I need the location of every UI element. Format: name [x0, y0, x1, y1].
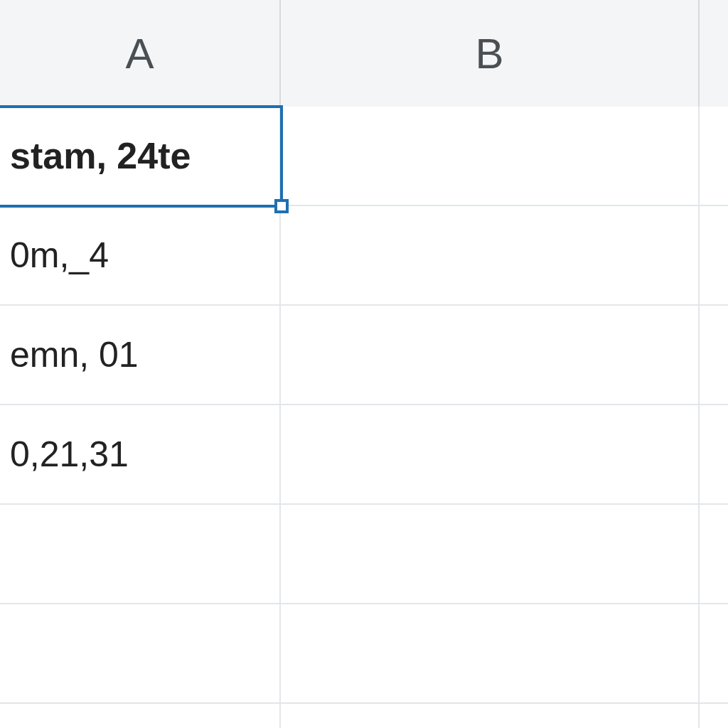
- cell-B2[interactable]: [281, 206, 700, 304]
- cell-A2[interactable]: 0m,_4: [0, 206, 281, 304]
- fill-handle[interactable]: [274, 199, 289, 213]
- row-3: emn, 01: [0, 306, 728, 405]
- cell-A6[interactable]: [0, 604, 281, 702]
- cell-A4[interactable]: 0,21,31: [0, 405, 281, 503]
- cell-B5[interactable]: [281, 505, 700, 603]
- cell-B3[interactable]: [281, 306, 700, 404]
- cell-C3[interactable]: [700, 306, 728, 404]
- row-1: stam, 24te: [0, 107, 728, 206]
- cell-B1[interactable]: [281, 107, 700, 205]
- cell-B6[interactable]: [281, 604, 700, 702]
- row-5: [0, 505, 728, 604]
- cell-A5[interactable]: [0, 505, 281, 603]
- column-header-row: A B: [0, 0, 728, 107]
- row-4: 0,21,31: [0, 405, 728, 505]
- cell-C4[interactable]: [700, 405, 728, 503]
- cell-C1[interactable]: [700, 107, 728, 205]
- cell-B7[interactable]: [281, 704, 700, 728]
- cell-B4[interactable]: [281, 405, 700, 503]
- row-2: 0m,_4: [0, 206, 728, 306]
- cell-C5[interactable]: [700, 505, 728, 603]
- cell-A1[interactable]: stam, 24te: [0, 107, 281, 205]
- column-header-B[interactable]: B: [281, 0, 700, 107]
- cell-C7[interactable]: [700, 704, 728, 728]
- row-6: [0, 604, 728, 704]
- cell-C2[interactable]: [700, 206, 728, 304]
- row-7: [0, 704, 728, 728]
- cell-A7[interactable]: [0, 704, 281, 728]
- cell-C6[interactable]: [700, 604, 728, 702]
- spreadsheet-grid: A B stam, 24te 0m,_4 emn, 01 0,21,31: [0, 0, 728, 728]
- cell-A3[interactable]: emn, 01: [0, 306, 281, 404]
- column-header-C[interactable]: [700, 0, 728, 107]
- column-header-A[interactable]: A: [0, 0, 281, 107]
- grid-body: stam, 24te 0m,_4 emn, 01 0,21,31: [0, 107, 728, 728]
